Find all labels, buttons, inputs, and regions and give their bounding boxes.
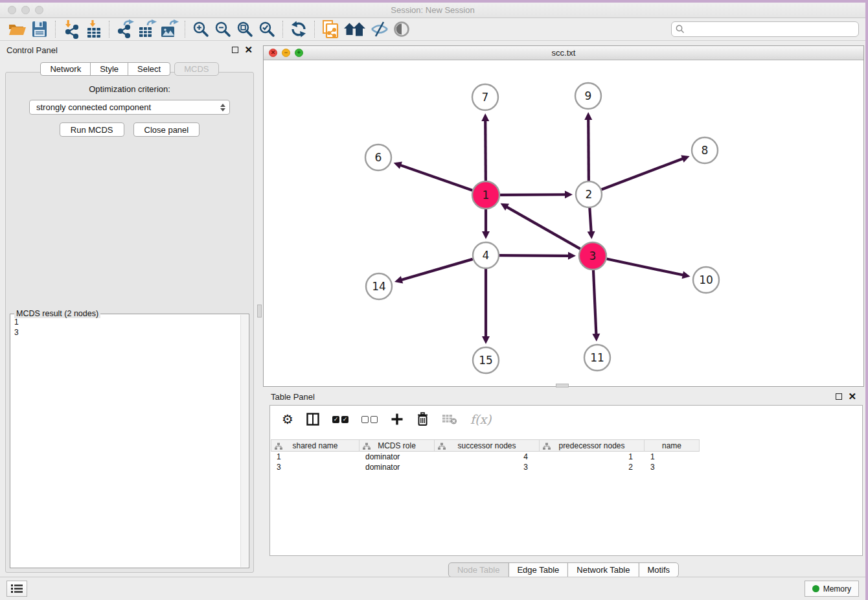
- close-panel-icon[interactable]: ✕: [244, 47, 253, 53]
- close-table-panel-icon[interactable]: ✕: [848, 393, 856, 400]
- node-14[interactable]: 14: [366, 273, 392, 299]
- search-input[interactable]: [685, 25, 854, 34]
- control-panel: Control Panel ✕ Network Style Select MCD…: [0, 41, 259, 579]
- zoom-fit-button[interactable]: [234, 19, 256, 39]
- node-1[interactable]: 1: [472, 181, 499, 209]
- node-8[interactable]: 8: [692, 137, 718, 163]
- run-mcds-button[interactable]: Run MCDS: [60, 122, 124, 137]
- show-columns-icon[interactable]: [306, 413, 319, 426]
- table-row[interactable]: 3 dominator 3 2 3: [271, 462, 862, 472]
- edge-2-8[interactable]: [602, 159, 683, 190]
- svg-text:11: 11: [590, 351, 604, 364]
- tab-style[interactable]: Style: [90, 62, 128, 76]
- search-field[interactable]: [671, 21, 859, 37]
- zoom-in-icon: [192, 20, 210, 38]
- tab-motifs[interactable]: Motifs: [638, 562, 679, 577]
- node-9[interactable]: 9: [575, 83, 601, 109]
- node-11[interactable]: 11: [584, 345, 610, 371]
- tab-mcds[interactable]: MCDS: [174, 62, 218, 76]
- edge-2-9[interactable]: [588, 119, 589, 181]
- node-7[interactable]: 7: [472, 84, 498, 110]
- toggle-visibility-button[interactable]: [369, 19, 391, 39]
- tab-select[interactable]: Select: [128, 62, 170, 76]
- export-image-button[interactable]: [158, 19, 180, 39]
- edge-2-3[interactable]: [589, 208, 591, 232]
- arrowhead-icon: [592, 334, 600, 341]
- float-panel-icon[interactable]: [232, 47, 238, 53]
- copy-network-icon: [321, 19, 339, 39]
- column-header-name[interactable]: name: [645, 439, 700, 452]
- svg-text:1: 1: [483, 189, 490, 202]
- node-table-container: ⚙ ✓✓: [269, 405, 863, 556]
- node-10[interactable]: 10: [693, 267, 719, 293]
- network-canvas[interactable]: 7968124314101511: [264, 60, 863, 386]
- edge-3-11[interactable]: [593, 270, 596, 334]
- network-minimize-icon[interactable]: −: [282, 49, 290, 57]
- task-history-button[interactable]: [6, 581, 27, 597]
- export-network-button[interactable]: [114, 19, 136, 39]
- zoom-out-button[interactable]: [212, 19, 234, 39]
- import-network-button[interactable]: [60, 19, 82, 39]
- dropdown-stepper-icon: [220, 104, 225, 111]
- edge-4-14[interactable]: [402, 259, 473, 280]
- criterion-dropdown[interactable]: strongly connected component: [29, 100, 230, 115]
- node-3[interactable]: 3: [579, 242, 606, 270]
- delete-table-icon: [442, 413, 457, 425]
- edge-4-3[interactable]: [499, 255, 569, 256]
- table-settings-icon[interactable]: ⚙: [282, 413, 293, 426]
- column-header-predecessor-nodes[interactable]: predecessor nodes: [540, 439, 645, 452]
- search-icon: [676, 25, 685, 34]
- import-table-button[interactable]: [82, 19, 104, 39]
- split-divider-handle-vertical[interactable]: [257, 305, 262, 317]
- float-table-panel-icon[interactable]: [836, 393, 842, 400]
- table-row[interactable]: 1 dominator 4 1 1: [271, 452, 862, 462]
- tab-network-table[interactable]: Network Table: [567, 562, 639, 577]
- open-session-button[interactable]: [6, 19, 29, 39]
- mcds-result-text: 1 3: [12, 317, 240, 566]
- edge-3-1[interactable]: [507, 207, 580, 249]
- tab-edge-table[interactable]: Edge Table: [508, 562, 568, 577]
- column-header-successor-nodes[interactable]: successor nodes: [435, 439, 540, 452]
- column-header-shared-name[interactable]: shared name: [271, 439, 360, 452]
- delete-column-icon[interactable]: [417, 412, 429, 426]
- zoom-in-button[interactable]: [190, 19, 212, 39]
- memory-button[interactable]: Memory: [805, 581, 859, 597]
- node-2[interactable]: 2: [576, 181, 602, 207]
- close-panel-button[interactable]: Close panel: [133, 122, 200, 137]
- tab-network[interactable]: Network: [40, 62, 91, 76]
- node-4[interactable]: 4: [473, 242, 499, 268]
- add-column-icon[interactable]: [391, 413, 404, 426]
- cell-predecessor-nodes: 2: [540, 462, 645, 472]
- home-button[interactable]: [341, 19, 369, 39]
- memory-status-icon: [812, 585, 819, 592]
- select-all-icon[interactable]: ✓✓: [332, 416, 348, 423]
- network-view-window: ✕ − + scc.txt 7968124314101511: [263, 45, 864, 387]
- node-table: shared name MCDS role: [271, 439, 862, 472]
- node-6[interactable]: 6: [365, 144, 391, 170]
- svg-text:3: 3: [589, 249, 597, 262]
- arrowhead-icon: [568, 252, 576, 260]
- window-titlebar: Session: New Session: [0, 3, 865, 18]
- export-table-button[interactable]: [136, 19, 158, 39]
- apply-layout-button[interactable]: [288, 19, 310, 39]
- edge-1-2[interactable]: [500, 194, 565, 195]
- deselect-all-icon[interactable]: [361, 416, 378, 423]
- network-graph[interactable]: 7968124314101511: [264, 60, 863, 386]
- cell-shared-name: 1: [271, 452, 360, 462]
- node-15[interactable]: 15: [473, 347, 499, 373]
- main-toolbar: [0, 18, 865, 41]
- edge-1-7[interactable]: [485, 121, 486, 181]
- network-close-icon[interactable]: ✕: [269, 49, 277, 57]
- edge-3-10[interactable]: [607, 259, 683, 275]
- save-session-button[interactable]: [29, 19, 51, 39]
- zoom-out-icon: [214, 20, 232, 38]
- network-maximize-icon[interactable]: +: [295, 49, 303, 57]
- zoom-selected-button[interactable]: [256, 19, 278, 39]
- column-header-mcds-role[interactable]: MCDS role: [360, 439, 435, 452]
- eye-button[interactable]: [391, 19, 413, 39]
- tab-node-table[interactable]: Node Table: [448, 562, 509, 577]
- new-network-from-selection-button[interactable]: [319, 19, 341, 39]
- result-scrollbar[interactable]: [240, 315, 248, 567]
- split-divider-handle-horizontal[interactable]: [556, 384, 569, 387]
- edge-1-6[interactable]: [400, 165, 472, 190]
